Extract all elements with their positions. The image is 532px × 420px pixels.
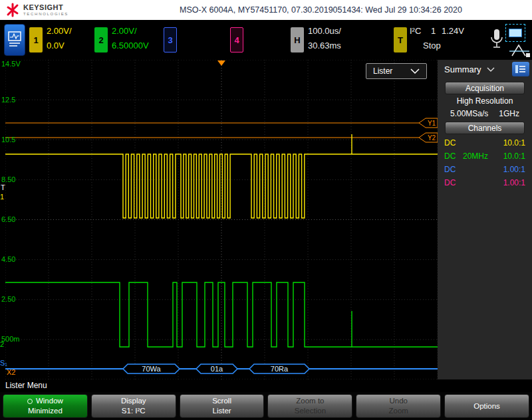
- ch3-coupling: DC: [444, 165, 463, 174]
- ch2-probe-ratio: 10.0:1: [503, 152, 525, 161]
- main-region: Y1Y270Wa01a70Ra 14.5V 12.5 10.5 8.50 6.5…: [0, 60, 532, 379]
- scale-label: 6.50: [1, 215, 15, 223]
- ch2-coupling: DC: [444, 152, 463, 161]
- softkey-label: Window: [36, 397, 63, 405]
- softkey-value: Lister: [180, 406, 264, 416]
- scale-label: 10.5: [1, 136, 15, 144]
- serial-bus-marker[interactable]: S₁: [0, 359, 7, 367]
- x2-cursor-label[interactable]: X2: [7, 368, 15, 376]
- lister-dropdown[interactable]: Lister: [366, 63, 427, 79]
- scale-label: 12.5: [1, 96, 15, 104]
- softkey-menu: Window Minimized Display S1: I²C Scroll …: [0, 392, 532, 420]
- trigger-button[interactable]: T: [394, 27, 407, 52]
- window-state-icon: [27, 399, 33, 404]
- instrument-title: MSO-X 6004A, MY57451170, 07.30.201905143…: [68, 5, 527, 15]
- acquisition-section-button[interactable]: Acquisition: [445, 82, 525, 94]
- softkey-label: Scroll: [180, 396, 264, 406]
- channel-summary-row: DC 20MHz 10.0:1: [438, 150, 532, 163]
- scale-label: 2.50: [1, 295, 15, 303]
- horizontal-delay: 30.63ms: [308, 41, 341, 51]
- ch1-probe-ratio: 10.0:1: [503, 138, 525, 148]
- decode-packet-label: 70Wa: [142, 365, 161, 373]
- menu-title: Lister Menu: [5, 381, 47, 390]
- chevron-down-icon[interactable]: [487, 67, 495, 72]
- softkey-window[interactable]: Window Minimized: [3, 394, 88, 418]
- softkey-value: Zoom: [356, 406, 440, 416]
- softkey-value: S1: I²C: [92, 406, 176, 416]
- scope-menu-button[interactable]: [4, 24, 25, 56]
- title-bar: KEYSIGHT TECHNOLOGIES MSO-X 6004A, MY574…: [0, 0, 532, 20]
- trigger-position-marker[interactable]: [217, 60, 225, 66]
- horizontal-scale: 100.0us/: [308, 26, 341, 36]
- scale-label: 8.50: [1, 175, 15, 183]
- scope-display-icon: [8, 31, 21, 49]
- channel-summary-row: DC 1.00:1: [438, 176, 532, 189]
- softkey-label: Zoom to: [268, 396, 352, 406]
- scale-label: 14.5V: [1, 60, 21, 68]
- ch2-ground-marker[interactable]: 2: [0, 340, 4, 348]
- ch3-probe-ratio: 1.00:1: [503, 165, 525, 174]
- sample-rate: 5.00MSa/s: [450, 109, 488, 118]
- ch1-scale[interactable]: 2.00V/: [47, 26, 72, 36]
- softkey-value: Selection: [268, 406, 352, 416]
- softkey-zoom-to-selection[interactable]: Zoom to Selection: [267, 394, 352, 418]
- microphone-icon: [490, 28, 503, 52]
- trigger-type: I²C: [410, 26, 421, 36]
- scale-label: 500m: [1, 335, 20, 343]
- ch2-scale[interactable]: 2.00V/: [112, 26, 137, 36]
- scale-label: 4.50: [1, 255, 15, 263]
- acquisition-mode: High Resolution: [438, 96, 532, 106]
- trigger-level-marker[interactable]: T: [1, 183, 5, 191]
- summary-sidebar: Summary Acquisition High Resolution 5.00…: [438, 60, 532, 379]
- horizontal-button[interactable]: H: [291, 27, 304, 52]
- softkey-value: Minimized: [3, 406, 87, 416]
- waveform-cursor-icon[interactable]: [509, 43, 531, 58]
- softkey-display[interactable]: Display S1: I²C: [91, 394, 176, 418]
- chevron-down-icon: [410, 68, 420, 74]
- trigger-level: 1.24V: [442, 26, 464, 36]
- scope-graticule: Y1Y270Wa01a70Ra: [5, 60, 438, 379]
- brand-name: KEYSIGHT: [23, 4, 68, 11]
- channel-summary-row: DC 10.0:1: [438, 136, 532, 150]
- sidebar-menu-icon[interactable]: [512, 62, 529, 76]
- channels-section-button[interactable]: Channels: [445, 122, 525, 134]
- softkey-label: Display: [92, 396, 176, 406]
- ch1-coupling: DC: [444, 138, 463, 148]
- cursor-tag-label: Y2: [428, 134, 436, 142]
- softkey-undo-zoom[interactable]: Undo Zoom: [356, 394, 441, 418]
- decode-packet-label: 01a: [211, 365, 223, 373]
- waveform-display[interactable]: Y1Y270Wa01a70Ra 14.5V 12.5 10.5 8.50 6.5…: [0, 60, 438, 379]
- softkey-options[interactable]: Options: [444, 394, 529, 418]
- softkey-scroll-lister[interactable]: Scroll Lister: [180, 394, 265, 418]
- channel-1-button[interactable]: 1: [29, 27, 43, 52]
- toolbar: 1 2.00V/ 0.0V 2 2.00V/ 6.50000V 3 4 H 10…: [0, 20, 532, 60]
- bandwidth: 1GHz: [499, 109, 519, 118]
- keysight-spark-icon: [5, 3, 20, 17]
- lister-dropdown-label: Lister: [373, 66, 392, 76]
- channel-4-button[interactable]: 4: [230, 27, 243, 52]
- ch4-coupling: DC: [444, 178, 463, 187]
- brand-subname: TECHNOLOGIES: [23, 11, 68, 17]
- ch2-offset: 6.50000V: [112, 41, 149, 51]
- channel-summary-row: DC 1.00:1: [438, 163, 532, 176]
- ch1-offset: 0.0V: [47, 41, 65, 51]
- trigger-source: 1: [431, 26, 436, 36]
- status-bar: Lister Menu: [0, 379, 532, 392]
- selection-box-icon[interactable]: [505, 24, 525, 42]
- sidebar-title[interactable]: Summary: [444, 64, 481, 74]
- channel-3-button[interactable]: 3: [164, 27, 177, 52]
- channel-2-button[interactable]: 2: [94, 27, 108, 52]
- ch2-trace: [5, 282, 438, 347]
- ch2-bw-limit: 20MHz: [463, 152, 503, 161]
- softkey-label: Undo: [356, 396, 440, 406]
- ch4-probe-ratio: 1.00:1: [503, 178, 525, 187]
- ch1-ground-marker[interactable]: 1: [0, 193, 4, 201]
- acquisition-status: Stop: [423, 41, 441, 51]
- keysight-logo: KEYSIGHT TECHNOLOGIES: [5, 3, 68, 17]
- decode-packet-label: 70Ra: [271, 365, 289, 373]
- cursor-tag-label: Y1: [428, 120, 436, 127]
- softkey-label: Options: [445, 401, 529, 411]
